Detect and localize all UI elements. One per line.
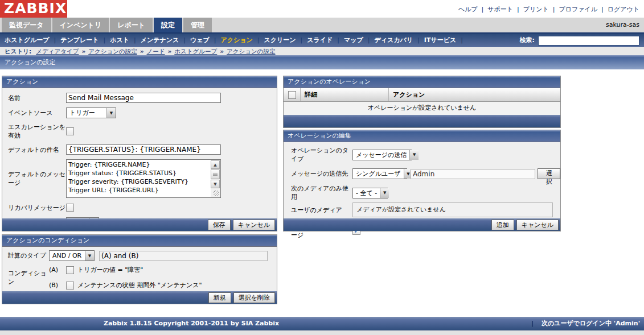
- print-link[interactable]: プリント: [523, 6, 549, 13]
- subnav-separator: |: [54, 36, 56, 44]
- search-area: 検索:: [520, 34, 639, 47]
- chevron-down-icon: [380, 188, 389, 198]
- save-button[interactable]: 保存: [208, 220, 231, 230]
- calc-formula-field: [99, 251, 268, 261]
- footer-separator: |: [531, 320, 534, 327]
- condition-a-checkbox[interactable]: [66, 266, 74, 274]
- scroll-down-icon[interactable]: [211, 180, 220, 188]
- logout-link[interactable]: ログアウト: [608, 6, 639, 13]
- operation-type-select[interactable]: メッセージの送信: [352, 150, 412, 160]
- condition-text: メンテナンスの状態 期間外 "メンテナンス": [77, 281, 202, 289]
- subnav-maps[interactable]: マップ: [344, 36, 363, 44]
- subnav-maintenance[interactable]: メンテナンス: [141, 36, 179, 44]
- tab-inventory[interactable]: インベントリ: [52, 18, 109, 32]
- op-cancel-button[interactable]: キャンセル: [516, 220, 559, 230]
- action-name-input[interactable]: [66, 93, 221, 103]
- media-only-value: - 全て -: [353, 188, 380, 198]
- subnav-separator: |: [183, 36, 186, 44]
- subnav-templates[interactable]: テンプレート: [60, 36, 99, 44]
- default-message-textarea[interactable]: Trigger: {TRIGGER.NAME} Trigger status: …: [66, 159, 221, 198]
- delete-selected-button[interactable]: 選択を削除: [233, 292, 275, 303]
- default-subject-input[interactable]: [66, 144, 221, 155]
- default-message-text: Trigger: {TRIGGER.NAME} Trigger status: …: [68, 160, 210, 197]
- action-panel: アクション 名前 イベントソース トリガー エスカレーションを有効 デフォルトの…: [2, 76, 277, 231]
- profile-link[interactable]: プロファイル: [559, 6, 597, 13]
- select-all-checkbox[interactable]: [288, 91, 296, 99]
- help-link[interactable]: ヘルプ: [458, 6, 478, 13]
- sub-nav-bar: ホストグループ|テンプレート|ホスト|メンテナンス|ウェブ|アクション|スクリー…: [0, 34, 644, 47]
- default-message-label: デフォルトのメッセージ: [8, 170, 66, 187]
- operation-type-label: オペレーションのタイプ: [291, 146, 352, 163]
- conditions-panel-footer: 新規 選択を削除: [2, 291, 277, 304]
- support-link[interactable]: サポート: [487, 6, 513, 13]
- login-info-text: 次のユーザでログイン中 'Admin': [542, 320, 640, 327]
- tab-configuration[interactable]: 設定: [154, 18, 182, 32]
- subnav-itservices[interactable]: ITサービス: [424, 36, 456, 44]
- action-panel-footer: 保存 キャンセル: [2, 218, 277, 231]
- subnav-web[interactable]: ウェブ: [190, 36, 210, 44]
- subnav-separator: |: [368, 36, 370, 44]
- subnav-separator: |: [104, 36, 106, 44]
- subnav-separator: |: [337, 36, 339, 44]
- chevron-down-icon: [106, 108, 116, 118]
- copyright-text: Zabbix 1.8.15 Copyright 2001-2011 by SIA…: [0, 317, 383, 330]
- tab-reports[interactable]: レポート: [110, 18, 153, 32]
- escalation-label: エスカレーションを有効: [8, 123, 66, 140]
- top-links: ヘルプ|サポート|プリント|プロファイル|ログアウト: [458, 5, 639, 14]
- breadcrumb-item[interactable]: アクションの設定: [227, 48, 275, 55]
- zabbix-logo[interactable]: ZABBIX: [0, 0, 67, 18]
- bottom-strip: [0, 330, 644, 335]
- subnav-screens[interactable]: スクリーン: [264, 36, 296, 44]
- main-tabs: 監視データインベントリレポート設定管理: [2, 18, 213, 32]
- select-user-button[interactable]: 選択: [538, 168, 560, 179]
- event-source-select[interactable]: トリガー: [66, 107, 116, 118]
- recovery-message-label: リカバリメッセージ: [8, 204, 66, 212]
- link-separator: |: [517, 6, 519, 13]
- resize-grip-icon[interactable]: [214, 191, 219, 196]
- add-button[interactable]: 追加: [491, 220, 514, 230]
- sendto-user-field: [411, 169, 535, 179]
- conditions-panel: アクションのコンディション 計算のタイプ AND / OR コンディション (A…: [2, 234, 277, 304]
- escalation-checkbox[interactable]: [66, 127, 74, 135]
- operations-table: 詳細 アクション オペレーションが設定されていません: [284, 88, 560, 115]
- operations-panel: アクションのオペレーション 詳細 アクション オペレーションが設定されていません: [283, 76, 561, 128]
- subnav-slides[interactable]: スライド: [307, 36, 333, 44]
- cancel-button[interactable]: キャンセル: [233, 220, 275, 230]
- subnav-hosts[interactable]: ホスト: [110, 36, 129, 44]
- new-condition-button[interactable]: 新規: [208, 292, 231, 303]
- breadcrumb-item[interactable]: ノード: [147, 48, 165, 55]
- operations-table-header: 詳細 アクション: [284, 88, 560, 102]
- tab-monitoring[interactable]: 監視データ: [2, 18, 51, 32]
- subnav-hostgroups[interactable]: ホストグループ: [5, 36, 50, 44]
- conditions-panel-title: アクションのコンディション: [2, 235, 277, 247]
- scroll-up-icon[interactable]: [211, 160, 220, 169]
- calc-type-value: AND / OR: [50, 251, 85, 260]
- media-only-select[interactable]: - 全て -: [352, 188, 388, 198]
- action-panel-title: アクション: [2, 76, 277, 88]
- chevron-down-icon: [409, 150, 419, 160]
- search-input[interactable]: [538, 36, 639, 46]
- link-separator: |: [601, 6, 604, 13]
- action-form: 名前 イベントソース トリガー エスカレーションを有効 デフォルトの件名 デフォ…: [2, 88, 277, 228]
- calc-type-select[interactable]: AND / OR: [49, 250, 95, 261]
- page-footer: Zabbix 1.8.15 Copyright 2001-2011 by SIA…: [0, 317, 644, 330]
- tab-administration[interactable]: 管理: [183, 18, 212, 32]
- breadcrumb-item[interactable]: ホストグループ: [174, 48, 217, 55]
- operations-empty-row: オペレーションが設定されていません: [284, 102, 560, 115]
- scrollbar-thumb[interactable]: [211, 169, 220, 179]
- subnav-actions[interactable]: アクション: [221, 36, 253, 44]
- subnav-discovery[interactable]: ディスカバリ: [375, 36, 413, 44]
- breadcrumb-separator: »: [168, 48, 172, 55]
- operations-panel-footer: [284, 115, 560, 127]
- operation-edit-panel: オペレーションの編集 オペレーションのタイプ メッセージの送信 メッセージの送信…: [283, 130, 561, 231]
- operation-type-value: メッセージの送信: [353, 150, 409, 160]
- media-only-label: 次のメディアのみ使用: [291, 184, 352, 201]
- subnav-separator: |: [417, 36, 420, 44]
- sendto-type-select[interactable]: シングルユーザ: [352, 168, 407, 179]
- breadcrumb-item[interactable]: メディアタイプ: [36, 48, 79, 55]
- subnav-separator: |: [301, 36, 303, 44]
- subnav-separator: |: [257, 36, 260, 44]
- breadcrumb-item[interactable]: アクションの設定: [88, 48, 137, 55]
- recovery-message-checkbox[interactable]: [66, 204, 74, 212]
- condition-b-checkbox[interactable]: [66, 282, 74, 289]
